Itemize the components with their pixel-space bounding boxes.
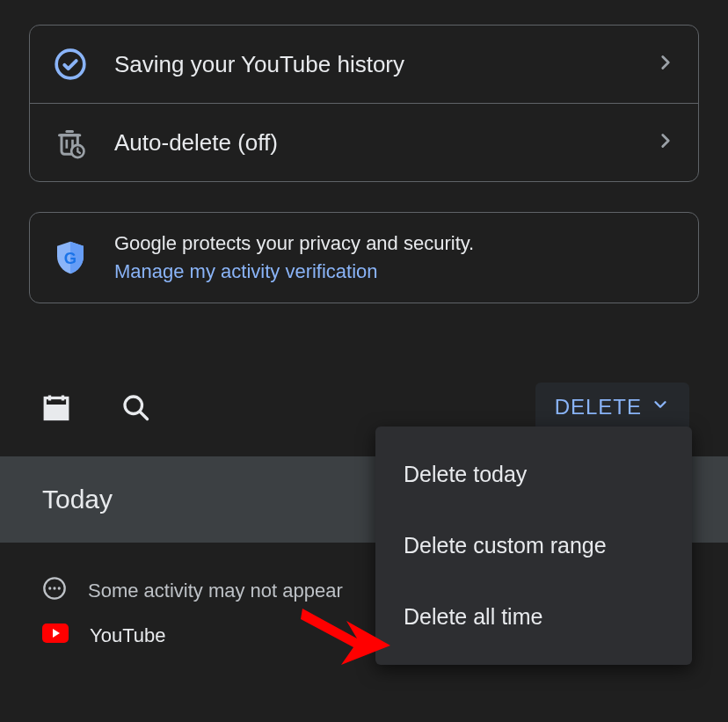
manage-verification-link[interactable]: Manage my activity verification <box>114 260 677 283</box>
menu-delete-custom-range[interactable]: Delete custom range <box>375 510 692 581</box>
shield-icon: G <box>51 238 90 277</box>
more-horizontal-icon <box>42 576 67 606</box>
svg-point-9 <box>58 587 61 589</box>
saving-history-row[interactable]: Saving your YouTube history <box>30 26 698 103</box>
delete-button[interactable]: DELETE <box>535 383 689 432</box>
search-icon[interactable] <box>118 390 153 425</box>
delete-menu: Delete today Delete custom range Delete … <box>375 427 692 665</box>
activity-app-name: YouTube <box>90 624 165 647</box>
history-settings-card: Saving your YouTube history Auto-delete … <box>29 25 699 182</box>
svg-point-8 <box>53 587 55 589</box>
svg-point-0 <box>56 50 84 78</box>
svg-point-7 <box>48 587 51 589</box>
auto-delete-icon <box>51 123 90 162</box>
privacy-card: G Google protects your privacy and secur… <box>29 212 699 303</box>
svg-text:G: G <box>64 249 76 267</box>
chevron-down-icon <box>651 395 670 419</box>
svg-rect-4 <box>45 405 68 419</box>
saving-history-label: Saving your YouTube history <box>114 51 630 78</box>
youtube-icon <box>42 624 69 648</box>
auto-delete-label: Auto-delete (off) <box>114 129 630 157</box>
delete-button-label: DELETE <box>555 395 642 419</box>
chevron-right-icon <box>654 51 677 77</box>
menu-delete-today[interactable]: Delete today <box>375 439 692 510</box>
auto-delete-row[interactable]: Auto-delete (off) <box>30 103 698 181</box>
menu-delete-all-time[interactable]: Delete all time <box>375 581 692 653</box>
checkmark-circle-icon <box>51 45 90 84</box>
privacy-text: Google protects your privacy and securit… <box>114 232 677 255</box>
calendar-icon[interactable] <box>39 390 74 425</box>
chevron-right-icon <box>654 129 677 156</box>
activity-notice-text: Some activity may not appear <box>88 580 343 602</box>
